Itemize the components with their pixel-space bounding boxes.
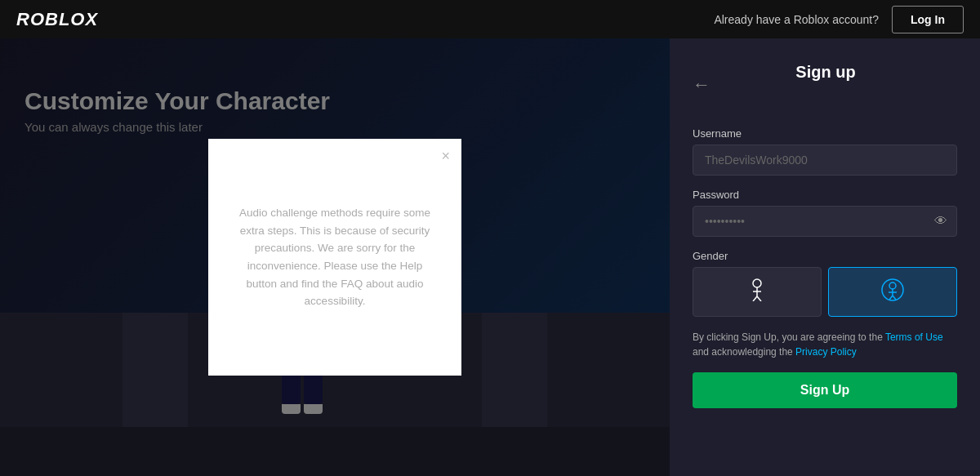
roblox-logo: ROBLOX xyxy=(16,9,98,30)
username-group: Username xyxy=(693,127,957,176)
terms-text: By clicking Sign Up, you are agreeing to… xyxy=(693,330,957,359)
header: ROBLOX Already have a Roblox account? Lo… xyxy=(0,0,980,38)
privacy-policy-link[interactable]: Privacy Policy xyxy=(795,346,857,358)
modal-content-area: Audio challenge methods require some ext… xyxy=(208,139,461,376)
password-wrapper: 👁 xyxy=(693,206,957,237)
modal-overlay: Audio challenge methods require some ext… xyxy=(0,38,670,476)
password-label: Password xyxy=(693,189,957,201)
gender-selector xyxy=(693,267,957,317)
svg-point-6 xyxy=(889,282,896,289)
back-button[interactable]: ← xyxy=(693,74,710,96)
gender-female-button[interactable] xyxy=(828,267,957,317)
username-label: Username xyxy=(693,127,957,140)
password-input[interactable] xyxy=(693,206,957,237)
password-group: Password 👁 xyxy=(693,189,957,237)
signup-button[interactable]: Sign Up xyxy=(693,372,957,408)
gender-label: Gender xyxy=(693,250,957,262)
modal-close-button[interactable]: × xyxy=(441,149,450,163)
already-account-text: Already have a Roblox account? xyxy=(714,13,879,26)
signup-title: Sign up xyxy=(710,63,941,82)
right-header: ← Sign up xyxy=(693,63,957,105)
password-visibility-toggle[interactable]: 👁 xyxy=(934,214,947,229)
username-input[interactable] xyxy=(693,145,957,176)
svg-line-4 xyxy=(757,296,761,301)
svg-line-9 xyxy=(889,296,893,300)
svg-line-10 xyxy=(893,296,896,300)
signup-title-wrap: Sign up xyxy=(710,63,957,105)
modal-message: Audio challenge methods require some ext… xyxy=(233,204,437,310)
gender-male-button[interactable] xyxy=(693,267,822,317)
terms-of-use-link[interactable]: Terms of Use xyxy=(885,331,943,343)
terms-middle: and acknowledging the xyxy=(693,346,795,358)
login-button[interactable]: Log In xyxy=(892,6,964,33)
signup-panel: ← Sign up Username Password 👁 Gender xyxy=(670,38,980,476)
svg-point-0 xyxy=(753,279,761,287)
gender-group-wrapper: Gender xyxy=(693,250,957,317)
header-right: Already have a Roblox account? Log In xyxy=(714,6,964,33)
audio-challenge-modal: Audio challenge methods require some ext… xyxy=(208,139,461,376)
male-icon xyxy=(747,278,767,305)
terms-before: By clicking Sign Up, you are agreeing to… xyxy=(693,331,885,343)
svg-line-3 xyxy=(753,296,757,301)
female-icon xyxy=(880,278,905,306)
